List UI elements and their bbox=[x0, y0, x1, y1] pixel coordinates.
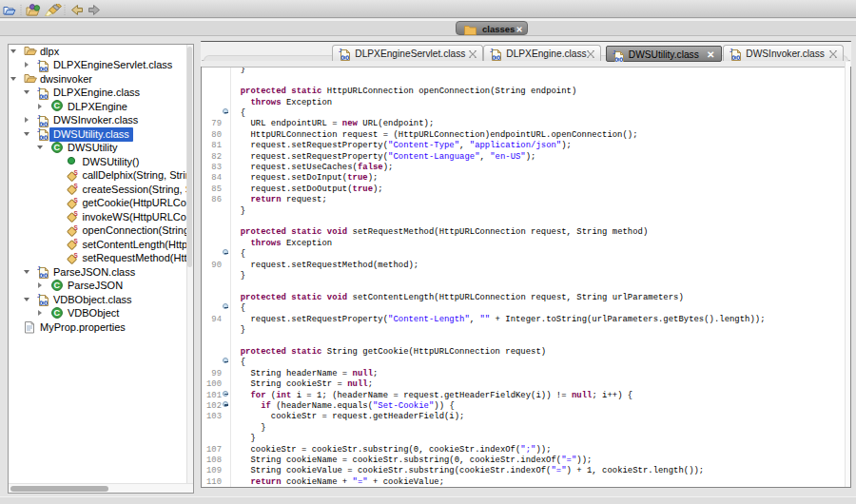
svg-text:J: J bbox=[37, 293, 40, 299]
svg-text:J: J bbox=[37, 114, 40, 120]
svg-text:J: J bbox=[37, 87, 40, 92]
svg-text:C: C bbox=[53, 281, 60, 290]
svg-text:C: C bbox=[53, 102, 60, 111]
svg-text:S: S bbox=[74, 197, 79, 204]
svg-text:S: S bbox=[74, 238, 79, 244]
svg-text:J: J bbox=[37, 127, 40, 133]
svg-text:J: J bbox=[339, 48, 341, 53]
svg-text:C: C bbox=[53, 308, 60, 318]
svg-text:J: J bbox=[730, 48, 732, 53]
svg-text:S: S bbox=[74, 224, 79, 231]
svg-text:S: S bbox=[74, 183, 79, 189]
svg-text:C: C bbox=[53, 143, 60, 152]
svg-text:J: J bbox=[613, 49, 615, 55]
svg-text:S: S bbox=[74, 210, 79, 217]
svg-text:J: J bbox=[37, 59, 40, 65]
svg-text:S: S bbox=[74, 252, 79, 259]
svg-text:S: S bbox=[74, 169, 79, 176]
svg-text:J: J bbox=[37, 265, 40, 271]
svg-text:J: J bbox=[490, 48, 493, 53]
